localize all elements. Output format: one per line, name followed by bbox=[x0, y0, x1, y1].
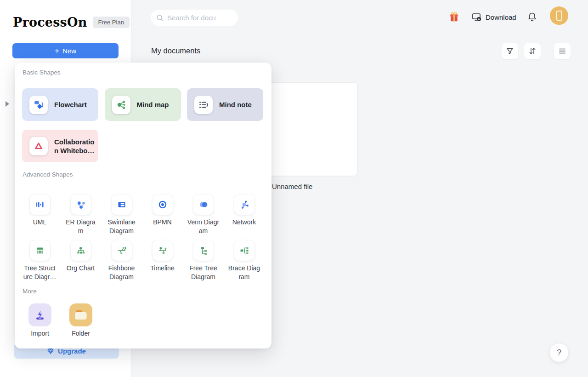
mindmap-icon bbox=[112, 96, 130, 114]
gift-button[interactable] bbox=[449, 11, 459, 23]
menu-item-mind-map[interactable]: Mind map bbox=[105, 88, 181, 121]
help-button[interactable]: ? bbox=[550, 343, 568, 362]
uml-icon bbox=[30, 194, 50, 215]
advanced-row-2: Tree Struct ure Diagr… Org Chart Fishbon… bbox=[19, 240, 265, 281]
new-menu-panel: Basic Shapes Flowchart Mind map Mind not… bbox=[15, 63, 271, 348]
plus-icon: + bbox=[55, 47, 59, 55]
er-diagram-icon bbox=[71, 194, 91, 215]
download-button[interactable]: Download bbox=[471, 11, 516, 23]
menu-item-label: Collaboratio n Whitebo… bbox=[54, 137, 95, 155]
advanced-shapes-title: Advanced Shapes bbox=[23, 171, 73, 178]
gift-icon bbox=[449, 11, 459, 23]
menu-item-bpmn[interactable]: BPMN bbox=[142, 194, 183, 235]
brand-logo: ProcessOn bbox=[13, 15, 87, 29]
menu-item-timeline[interactable]: Timeline bbox=[142, 240, 183, 281]
sort-button[interactable] bbox=[524, 43, 541, 59]
tree-structure-icon bbox=[30, 240, 50, 261]
menu-item-network[interactable]: Network bbox=[224, 194, 265, 235]
menu-item-label: Folder bbox=[60, 330, 102, 337]
menu-item-brace-diagram[interactable]: Brace Diag ram bbox=[224, 240, 265, 281]
menu-item-label: BPMN bbox=[153, 218, 171, 227]
plan-badge: Free Plan bbox=[93, 17, 130, 28]
menu-item-label: Mind map bbox=[137, 100, 169, 109]
menu-item-venn-diagram[interactable]: Venn Diagr am bbox=[183, 194, 224, 235]
menu-item-label: Fishbone Diagram bbox=[108, 264, 135, 281]
org-chart-icon bbox=[71, 240, 91, 261]
menu-item-mind-note[interactable]: Mind note bbox=[187, 88, 263, 121]
menu-item-label: Timeline bbox=[150, 264, 174, 273]
swimlane-icon bbox=[112, 194, 132, 215]
document-card-label[interactable]: Unnamed file bbox=[272, 183, 312, 190]
view-menu-button[interactable] bbox=[554, 43, 571, 59]
menu-item-tree-structure-diagram[interactable]: Tree Struct ure Diagr… bbox=[19, 240, 60, 281]
new-button-label: New bbox=[62, 47, 76, 55]
avatar[interactable] bbox=[550, 6, 568, 25]
folder-icon bbox=[73, 307, 89, 323]
menu-icon bbox=[558, 47, 566, 55]
download-label: Download bbox=[486, 13, 516, 21]
menu-item-label: Brace Diag ram bbox=[228, 264, 260, 281]
menu-item-label: Tree Struct ure Diagr… bbox=[23, 264, 57, 281]
menu-item-label: ER Diagra m bbox=[66, 218, 96, 235]
menu-item-label: UML bbox=[33, 218, 47, 227]
brace-icon bbox=[234, 240, 254, 261]
fishbone-icon bbox=[112, 240, 132, 261]
search-box bbox=[151, 10, 238, 26]
menu-item-label: Import bbox=[19, 330, 61, 337]
menu-item-label: Org Chart bbox=[67, 264, 95, 273]
basic-shapes-title: Basic Shapes bbox=[23, 69, 61, 76]
avatar-placeholder-glyph bbox=[556, 11, 562, 21]
menu-item-folder[interactable] bbox=[69, 303, 92, 326]
menu-item-fishbone-diagram[interactable]: Fishbone Diagram bbox=[101, 240, 142, 281]
menu-item-uml[interactable]: UML bbox=[19, 194, 60, 235]
menu-item-label: Swimlane Diagram bbox=[107, 218, 136, 235]
venn-icon bbox=[193, 194, 214, 215]
menu-item-label: Venn Diagr am bbox=[187, 218, 219, 235]
more-title: More bbox=[23, 288, 37, 295]
menu-item-label: Free Tree Diagram bbox=[189, 264, 217, 281]
timeline-icon bbox=[153, 240, 173, 261]
advanced-row-1: UML ER Diagra m Swimlane Diagram BPMN Ve… bbox=[19, 194, 265, 235]
sidebar-expand-icon[interactable] bbox=[6, 101, 9, 107]
page-title: My documents bbox=[151, 46, 200, 55]
menu-item-free-tree-diagram[interactable]: Free Tree Diagram bbox=[183, 240, 224, 281]
menu-item-label: Network bbox=[232, 218, 256, 227]
document-card[interactable] bbox=[257, 83, 357, 176]
flowchart-icon bbox=[29, 96, 48, 114]
whiteboard-icon bbox=[29, 137, 48, 155]
filter-button[interactable] bbox=[502, 43, 518, 59]
menu-item-label: Flowchart bbox=[54, 100, 87, 109]
search-icon bbox=[156, 14, 164, 22]
menu-item-swimlane-diagram[interactable]: Swimlane Diagram bbox=[101, 194, 142, 235]
notifications-button[interactable] bbox=[527, 11, 537, 23]
network-icon bbox=[234, 194, 254, 215]
sort-icon bbox=[528, 47, 537, 55]
free-tree-icon bbox=[193, 240, 214, 261]
menu-item-er-diagram[interactable]: ER Diagra m bbox=[60, 194, 101, 235]
filter-icon bbox=[506, 47, 514, 55]
search-input[interactable] bbox=[167, 14, 232, 22]
download-icon bbox=[471, 11, 482, 23]
new-button[interactable]: + New bbox=[12, 43, 119, 58]
import-icon bbox=[34, 308, 46, 321]
bell-icon bbox=[527, 11, 537, 23]
logo-row: ProcessOn Free Plan bbox=[13, 15, 130, 29]
menu-item-label: Mind note bbox=[219, 100, 252, 109]
mindnote-icon bbox=[194, 96, 213, 114]
bpmn-icon bbox=[153, 194, 173, 215]
menu-item-org-chart[interactable]: Org Chart bbox=[60, 240, 101, 281]
menu-item-flowchart[interactable]: Flowchart bbox=[22, 88, 98, 121]
menu-item-import[interactable] bbox=[28, 303, 51, 326]
gem-icon bbox=[47, 348, 54, 354]
menu-item-collaboration-whiteboard[interactable]: Collaboratio n Whitebo… bbox=[22, 130, 98, 162]
